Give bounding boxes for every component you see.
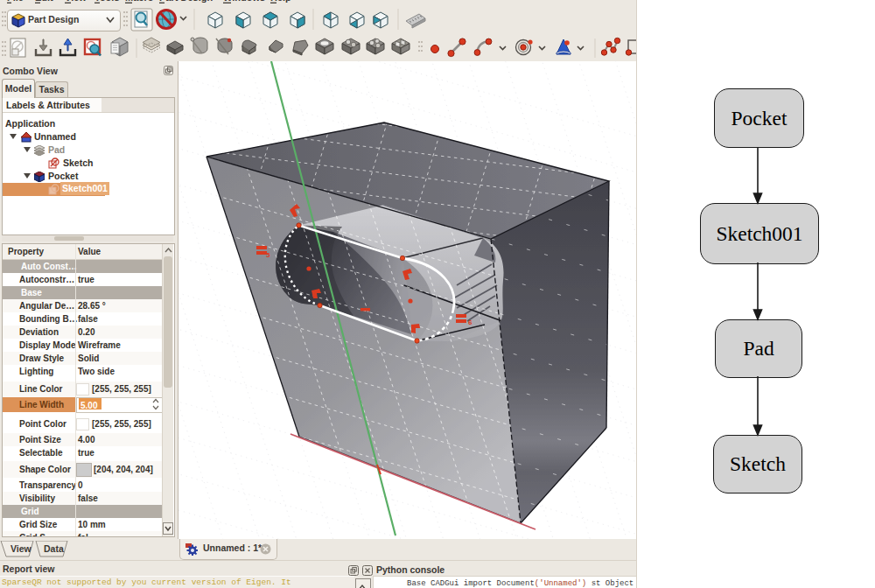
svg-text:5: 5: [266, 251, 270, 259]
svg-text:View: View: [10, 543, 32, 554]
svg-text:6: 6: [468, 318, 472, 326]
svg-text:Data: Data: [44, 543, 64, 554]
